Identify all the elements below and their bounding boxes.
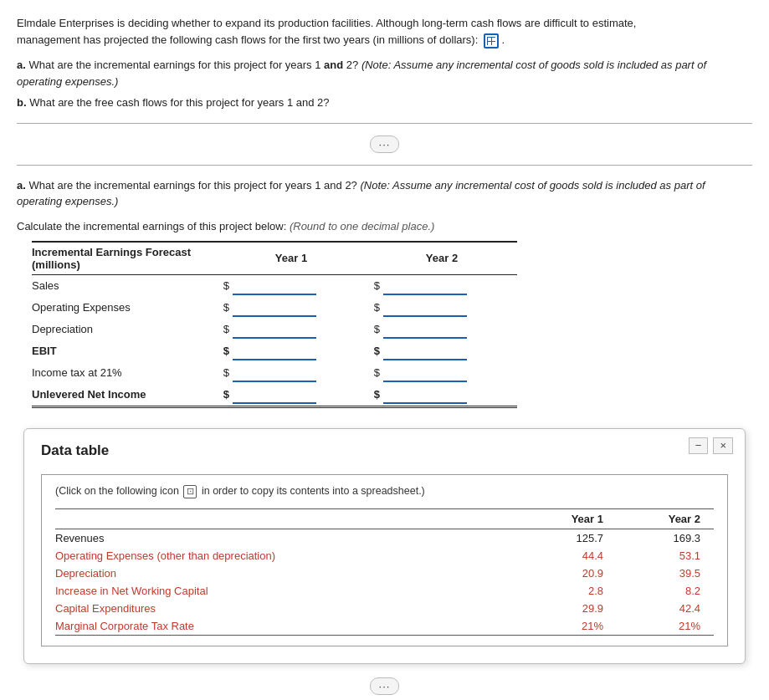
close-button[interactable]: × [713,437,733,454]
expand-bottom-button[interactable]: ··· [370,677,400,695]
row-label-uni: Unlevered Net Income [32,384,216,407]
row-label-ebit: EBIT [32,340,216,362]
opex-y2-input[interactable] [383,299,467,317]
dollar-uni-y2: $ [367,384,382,407]
col-header-year2: Year 2 [367,242,517,275]
dt-col1-header [55,508,520,529]
note-text1: (Click on the following icon [55,485,179,497]
input-tax-y1[interactable] [231,362,367,384]
note-text2: in order to copy its contents into a spr… [202,485,425,497]
dollar-ebit-y2: $ [367,340,382,362]
input-dep-y2[interactable] [382,319,517,340]
dt-val-revenues-y2: 169.3 [617,529,714,547]
col-header-year1: Year 1 [216,242,367,275]
dollar-opex-y1: $ [216,297,231,319]
intro-line2: management has projected the following c… [17,33,478,46]
tax-y1-input[interactable] [233,364,316,382]
dt-val-dep-y2: 39.5 [617,565,714,582]
row-label-dep: Depreciation [32,319,216,340]
data-table-inner: (Click on the following icon in order to… [41,474,728,646]
dollar-ebit-y1: $ [216,340,231,362]
section-a-label: a. [17,179,26,192]
dollar-opex-y2: $ [367,297,382,319]
ebit-y1-input[interactable] [233,342,316,360]
question-a-text: What are the incremental earnings for th… [17,59,706,88]
dt-row-nwc: Increase in Net Working Capital 2.8 8.2 [55,582,714,600]
dt-row-capex: Capital Expenditures 29.9 42.4 [55,600,714,617]
input-sales-y2[interactable] [382,274,517,297]
question-a-label: a. [17,59,26,71]
table-row: Income tax at 21% $ $ [32,362,517,384]
data-table-note: (Click on the following icon in order to… [55,485,714,498]
intro-text: Elmdale Enterprises is deciding whether … [17,15,752,49]
dep-y1-input[interactable] [233,320,316,339]
dt-col3-header: Year 2 [617,508,714,529]
dollar-dep-y2: $ [367,319,382,340]
popup-controls: − × [689,437,733,454]
input-opex-y2[interactable] [382,297,517,319]
dt-val-revenues-y1: 125.7 [520,529,617,547]
input-uni-y2[interactable] [382,384,517,407]
table-row: Depreciation $ $ [32,319,517,340]
expand-btn-top[interactable]: ··· [17,135,752,153]
calc-main-label: Calculate the incremental earnings of th… [17,220,286,232]
intro-period: . [502,33,505,46]
dep-y2-input[interactable] [383,320,467,339]
question-b: b. What are the free cash flows for this… [17,95,752,111]
dt-val-tax-y1: 21% [520,617,617,636]
input-opex-y1[interactable] [231,297,367,319]
opex-y1-input[interactable] [233,299,316,317]
dt-val-opex-y2: 53.1 [617,547,714,565]
question-a: a. What are the incremental earnings for… [17,57,752,89]
ebit-y2-input[interactable] [383,342,467,360]
grid-icon[interactable] [484,33,499,49]
dt-val-nwc-y1: 2.8 [520,582,617,600]
uni-y1-input[interactable] [233,386,316,404]
calc-label: Calculate the incremental earnings of th… [17,220,752,232]
input-dep-y1[interactable] [231,319,367,340]
input-ebit-y2[interactable] [382,340,517,362]
tax-y2-input[interactable] [383,364,467,382]
dt-row-dep: Depreciation 20.9 39.5 [55,565,714,582]
dt-val-capex-y1: 29.9 [520,600,617,617]
dt-val-opex-y1: 44.4 [520,547,617,565]
dollar-sales-y1: $ [216,274,231,297]
row-label-sales: Sales [32,274,216,297]
input-ebit-y1[interactable] [231,340,367,362]
copy-icon[interactable] [183,485,197,498]
sales-y2-input[interactable] [383,277,467,295]
earnings-table: Incremental Earnings Forecast (millions)… [32,241,517,408]
dt-label-dep: Depreciation [55,565,520,582]
dt-label-tax: Marginal Corporate Tax Rate [55,617,520,636]
dt-val-tax-y2: 21% [617,617,714,636]
question-b-label: b. [17,96,27,109]
dt-val-dep-y1: 20.9 [520,565,617,582]
dollar-dep-y1: $ [216,319,231,340]
col-header-label: Incremental Earnings Forecast (millions) [32,242,216,275]
data-table-popup: − × Data table (Click on the following i… [23,428,746,664]
input-uni-y1[interactable] [231,384,367,407]
round-note: (Round to one decimal place.) [290,220,434,232]
sales-y1-input[interactable] [233,277,316,295]
table-row: Unlevered Net Income $ $ [32,384,517,407]
section-a-note: (Note: Assume any incremental cost of go… [17,179,705,208]
expand-btn-bottom[interactable]: ··· [17,677,752,695]
dt-header-row: Year 1 Year 2 [55,508,714,529]
question-b-text: What are the free cash flows for this pr… [29,96,329,109]
dt-row-tax: Marginal Corporate Tax Rate 21% 21% [55,617,714,636]
divider-1 [17,123,752,124]
input-sales-y1[interactable] [231,274,367,297]
table-row: EBIT $ $ [32,340,517,362]
and-text: and [324,59,343,71]
expand-top-button[interactable]: ··· [370,135,400,153]
row-label-opex: Operating Expenses [32,297,216,319]
intro-line1: Elmdale Enterprises is deciding whether … [17,17,636,29]
input-tax-y2[interactable] [382,362,517,384]
dollar-uni-y1: $ [216,384,231,407]
minimize-button[interactable]: − [689,437,709,454]
dt-label-revenues: Revenues [55,529,520,547]
divider-2 [17,165,752,166]
dt-val-capex-y2: 42.4 [617,600,714,617]
dt-label-capex: Capital Expenditures [55,600,520,617]
uni-y2-input[interactable] [383,386,467,404]
